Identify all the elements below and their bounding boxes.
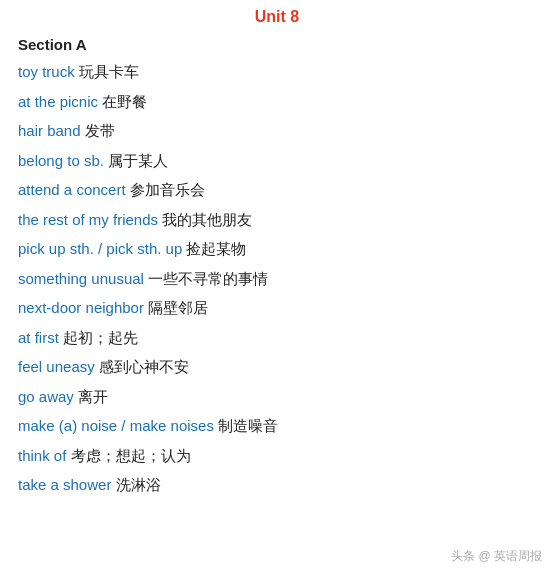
list-item: belong to sb. 属于某人: [18, 148, 536, 174]
vocab-en: attend a concert: [18, 181, 126, 198]
page-header: Unit 8: [18, 8, 536, 26]
vocab-zh: 参加音乐会: [126, 181, 205, 198]
vocab-zh: 捡起某物: [182, 240, 246, 257]
vocab-zh: 我的其他朋友: [158, 211, 252, 228]
list-item: go away 离开: [18, 384, 536, 410]
vocab-zh: 隔壁邻居: [144, 299, 208, 316]
vocab-en: pick up sth. / pick sth. up: [18, 240, 182, 257]
list-item: attend a concert 参加音乐会: [18, 177, 536, 203]
vocab-en: something unusual: [18, 270, 144, 287]
list-item: feel uneasy 感到心神不安: [18, 354, 536, 380]
vocab-zh: 制造噪音: [214, 417, 278, 434]
list-item: next-door neighbor 隔壁邻居: [18, 295, 536, 321]
list-item: toy truck 玩具卡车: [18, 59, 536, 85]
vocab-list: toy truck 玩具卡车at the picnic 在野餐hair band…: [18, 59, 536, 498]
list-item: at first 起初；起先: [18, 325, 536, 351]
list-item: pick up sth. / pick sth. up 捡起某物: [18, 236, 536, 262]
vocab-en: go away: [18, 388, 74, 405]
vocab-zh: 属于某人: [104, 152, 168, 169]
list-item: take a shower 洗淋浴: [18, 472, 536, 498]
vocab-en: think of: [18, 447, 66, 464]
vocab-zh: 考虑；想起；认为: [66, 447, 190, 464]
watermark: 头条 @ 英语周报: [451, 548, 542, 565]
list-item: something unusual 一些不寻常的事情: [18, 266, 536, 292]
list-item: the rest of my friends 我的其他朋友: [18, 207, 536, 233]
vocab-en: make (a) noise / make noises: [18, 417, 214, 434]
unit-title: Unit 8: [255, 8, 299, 25]
vocab-zh: 洗淋浴: [111, 476, 160, 493]
vocab-en: take a shower: [18, 476, 111, 493]
vocab-zh: 在野餐: [98, 93, 147, 110]
vocab-zh: 感到心神不安: [95, 358, 189, 375]
section-a-title: Section A: [18, 36, 536, 53]
vocab-zh: 玩具卡车: [75, 63, 139, 80]
vocab-zh: 起初；起先: [59, 329, 138, 346]
vocab-en: belong to sb.: [18, 152, 104, 169]
vocab-zh: 发带: [81, 122, 115, 139]
vocab-en: next-door neighbor: [18, 299, 144, 316]
list-item: hair band 发带: [18, 118, 536, 144]
vocab-zh: 离开: [74, 388, 108, 405]
list-item: at the picnic 在野餐: [18, 89, 536, 115]
vocab-en: the rest of my friends: [18, 211, 158, 228]
vocab-en: at the picnic: [18, 93, 98, 110]
vocab-en: toy truck: [18, 63, 75, 80]
vocab-en: hair band: [18, 122, 81, 139]
vocab-en: feel uneasy: [18, 358, 95, 375]
vocab-en: at first: [18, 329, 59, 346]
list-item: think of 考虑；想起；认为: [18, 443, 536, 469]
list-item: make (a) noise / make noises 制造噪音: [18, 413, 536, 439]
vocab-zh: 一些不寻常的事情: [144, 270, 268, 287]
